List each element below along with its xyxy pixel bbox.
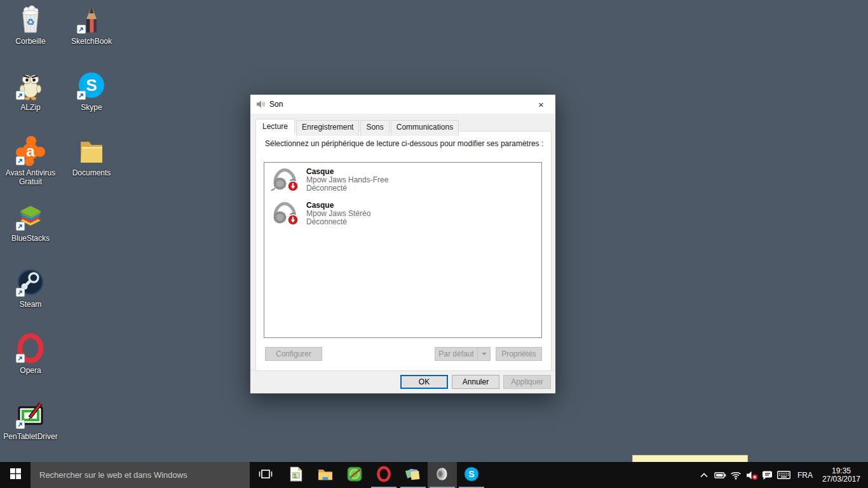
taskbar-app-sticky-notes[interactable]	[398, 462, 428, 488]
desktop-icon-bluestacks[interactable]: BlueStacks	[0, 201, 61, 263]
configure-button[interactable]: Configurer	[265, 347, 322, 361]
folder-icon	[76, 135, 107, 166]
opera-icon	[376, 466, 392, 485]
tab-lecture[interactable]: Lecture	[255, 119, 295, 135]
taskbar-app-document-viewer[interactable]	[281, 462, 311, 488]
shortcut-arrow-icon	[16, 288, 25, 297]
tray-touch-keyboard-icon[interactable]	[776, 462, 792, 488]
task-view-button[interactable]	[250, 462, 281, 488]
pen-tablet-icon	[15, 399, 46, 430]
tab-sons[interactable]: Sons	[360, 120, 389, 136]
tabstrip: Lecture Enregistrement Sons Communicatio…	[255, 119, 555, 135]
clock-time: 19:35	[822, 467, 860, 475]
tray-wifi-icon[interactable]	[728, 462, 744, 488]
dialog-titlebar[interactable]: Son ×	[250, 95, 555, 114]
search-input[interactable]	[31, 462, 250, 488]
steam-icon	[15, 267, 46, 297]
bluestacks-icon	[15, 201, 46, 231]
tab-enregistrement[interactable]: Enregistrement	[296, 120, 359, 136]
desktop-icon-label: PenTabletDriver	[0, 432, 61, 441]
desktop-icon-label: Steam	[0, 300, 61, 309]
shortcut-arrow-icon	[16, 420, 25, 429]
headset-disconnected-icon	[271, 201, 300, 226]
device-status: Déconnecté	[306, 218, 370, 226]
set-default-button[interactable]: Par défaut	[435, 347, 477, 361]
alzip-icon	[15, 70, 46, 100]
shortcut-arrow-icon	[77, 91, 86, 100]
desktop-icon-steam[interactable]: Steam	[0, 267, 61, 329]
document-viewer-icon	[288, 466, 304, 485]
desktop-icon-alzip[interactable]: ALZip	[0, 70, 61, 132]
set-default-splitbutton: Par défaut	[435, 347, 491, 361]
desktop-icon-label: SketchBook	[61, 37, 122, 46]
desktop-icon-corbeille[interactable]: ♻ Corbeille	[0, 4, 61, 66]
ok-button[interactable]: OK	[400, 375, 448, 389]
recycle-bin-icon: ♻	[15, 4, 46, 34]
desktop-icon-avast[interactable]: a Avast Antivirus Gratuit	[0, 135, 61, 198]
avast-icon: a	[15, 135, 46, 166]
device-item[interactable]: Casque Mpow Jaws Stéréo Déconnecté	[264, 196, 541, 230]
taskbar-app-sound[interactable]	[428, 462, 457, 488]
shortcut-arrow-icon	[16, 354, 25, 363]
dialog-title: Son	[269, 100, 527, 109]
chevron-down-icon	[482, 353, 487, 355]
desktop-icon-label: Skype	[61, 103, 122, 112]
clock[interactable]: 19:35 27/03/2017	[818, 467, 868, 484]
speaker-icon	[255, 99, 266, 109]
default-properties-group: Par défaut Propriétés	[435, 347, 542, 361]
device-text: Casque Mpow Jaws Stéréo Déconnecté	[306, 201, 370, 226]
dialog-footer: OK Annuler Appliquer	[250, 370, 555, 393]
svg-text:S: S	[468, 469, 474, 479]
skype-icon: S	[463, 466, 480, 485]
svg-text:♻: ♻	[26, 17, 34, 27]
desktop-icon-documents[interactable]: Documents	[61, 135, 122, 198]
tray-action-center-icon[interactable]	[760, 462, 776, 488]
paint-app-icon	[346, 466, 363, 485]
taskbar: S	[0, 462, 868, 488]
playback-device-list[interactable]: Casque Mpow Jaws Hands-Free Déconnecté	[264, 162, 542, 338]
clock-date: 27/03/2017	[822, 475, 860, 484]
taskbar-empty-space	[486, 462, 696, 488]
tray-volume-muted-icon[interactable]	[744, 462, 760, 488]
desktop-icon-label: Documents	[61, 168, 122, 177]
taskbar-app-skype[interactable]: S	[457, 462, 486, 488]
tray-battery-icon[interactable]	[712, 462, 728, 488]
device-item[interactable]: Casque Mpow Jaws Hands-Free Déconnecté	[264, 163, 541, 196]
desktop-icon-label: BlueStacks	[0, 234, 61, 243]
tray-chevron-up-icon[interactable]	[696, 462, 712, 488]
apply-button[interactable]: Appliquer	[503, 375, 551, 389]
tab-page-lecture: Sélectionnez un périphérique de lecture …	[255, 131, 552, 371]
sketchbook-icon	[76, 4, 107, 34]
cancel-button[interactable]: Annuler	[452, 375, 499, 389]
desktop-icon-opera[interactable]: Opera	[0, 333, 61, 395]
device-name: Casque	[306, 167, 388, 176]
shortcut-arrow-icon	[77, 25, 86, 34]
task-view-icon	[258, 468, 273, 482]
desktop-icon-skype[interactable]: S Skype	[61, 70, 122, 132]
taskbar-app-paint[interactable]	[340, 462, 369, 488]
file-explorer-icon	[317, 466, 334, 485]
desktop-icon-sketchbook[interactable]: SketchBook	[61, 4, 122, 66]
svg-text:a: a	[26, 142, 35, 159]
shortcut-arrow-icon	[16, 222, 25, 231]
taskbar-app-opera[interactable]	[369, 462, 398, 488]
close-button[interactable]: ×	[527, 95, 555, 114]
start-button[interactable]	[0, 462, 31, 488]
skype-icon: S	[76, 70, 107, 100]
properties-button[interactable]: Propriétés	[496, 347, 542, 361]
tab-communications[interactable]: Communications	[391, 120, 459, 136]
headset-disconnected-icon	[271, 167, 300, 193]
set-default-dropdown-button[interactable]	[477, 347, 491, 361]
language-indicator[interactable]: FRA	[792, 471, 818, 480]
shortcut-arrow-icon	[16, 91, 25, 100]
desktop-icon-label: Avast Antivirus Gratuit	[0, 168, 61, 186]
sticky-notes-icon	[405, 466, 421, 485]
desktop-icon-label: Opera	[0, 366, 61, 375]
opera-icon	[15, 333, 46, 363]
windows-logo-icon	[10, 468, 21, 482]
speaker-icon	[434, 466, 451, 485]
sound-dialog: Son × Lecture Enregistrement Sons Commun…	[250, 94, 556, 394]
taskbar-app-file-explorer[interactable]	[311, 462, 340, 488]
desktop-icon-pentabletdriver[interactable]: PenTabletDriver	[0, 399, 61, 461]
device-buttons-row: Configurer Par défaut Propriétés	[256, 347, 551, 361]
